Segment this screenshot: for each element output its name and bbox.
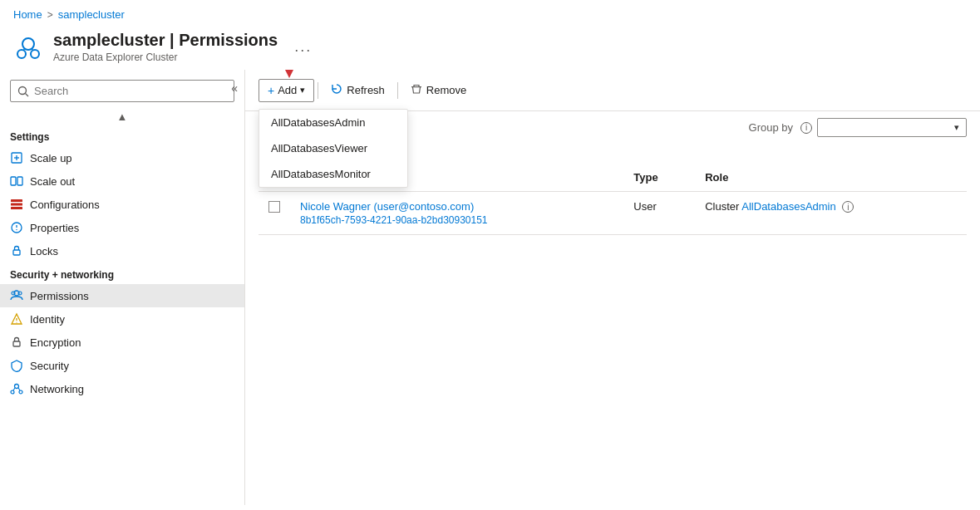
- group-by-info-icon: i: [800, 122, 812, 134]
- breadcrumb-home[interactable]: Home: [13, 8, 42, 21]
- svg-point-1: [17, 50, 26, 58]
- svg-rect-12: [11, 199, 22, 202]
- svg-rect-10: [11, 177, 16, 185]
- svg-rect-18: [13, 250, 20, 255]
- table-row: Nicole Wagner (user@contoso.com) 8b1f65c…: [259, 191, 967, 234]
- sidebar-item-label-encryption: Encryption: [30, 336, 81, 349]
- row-name-primary[interactable]: Nicole Wagner (user@contoso.com): [300, 200, 613, 213]
- refresh-button[interactable]: Refresh: [322, 78, 394, 102]
- row-name-secondary: 8b1f65ch-7593-4221-90aa-b2bd30930151: [300, 214, 613, 226]
- dropdown-item-alldatabasesadmin[interactable]: AllDatabasesAdmin: [259, 110, 407, 135]
- sidebar-item-label-identity: Identity: [30, 313, 65, 326]
- breadcrumb-separator: >: [47, 9, 53, 21]
- svg-point-26: [15, 385, 19, 389]
- scroll-up-indicator: ▲: [0, 109, 244, 125]
- role-info-icon: i: [842, 201, 854, 213]
- dropdown-item-alldatabasesmonitor[interactable]: AllDatabasesMonitor: [259, 161, 407, 187]
- add-button-container: + Add ▾: [259, 79, 314, 102]
- svg-line-6: [26, 93, 29, 96]
- sidebar-item-configurations[interactable]: Configurations: [0, 193, 244, 216]
- trash-icon: [411, 83, 422, 97]
- sidebar-item-label-security: Security: [30, 360, 69, 372]
- sidebar-item-label-networking: Networking: [30, 383, 84, 395]
- sidebar-item-scale-up[interactable]: Scale up: [0, 146, 244, 169]
- group-by-chevron: ▾: [954, 122, 959, 133]
- page-subtitle: Azure Data Explorer Cluster: [53, 51, 278, 63]
- remove-label: Remove: [426, 84, 466, 96]
- svg-line-29: [13, 388, 15, 390]
- sidebar-item-label-permissions: Permissions: [30, 290, 89, 302]
- sidebar-item-label-properties: Properties: [30, 222, 79, 234]
- add-button[interactable]: + Add ▾: [259, 79, 314, 102]
- svg-rect-25: [13, 341, 20, 346]
- row-role-cell: Cluster AllDatabasesAdmin i: [695, 191, 967, 234]
- svg-point-28: [19, 390, 22, 394]
- networking-icon: [10, 382, 23, 395]
- header-menu-button[interactable]: ...: [294, 38, 312, 56]
- sidebar-item-label-configurations: Configurations: [30, 199, 100, 211]
- lock-icon: [10, 244, 23, 257]
- row-checkbox-cell: [259, 191, 290, 234]
- sidebar-item-properties[interactable]: Properties: [0, 216, 244, 239]
- sidebar-item-locks[interactable]: Locks: [0, 239, 244, 262]
- svg-point-27: [11, 390, 14, 394]
- svg-rect-11: [17, 177, 22, 185]
- security-icon: [10, 359, 23, 372]
- sidebar-item-identity[interactable]: Identity: [0, 307, 244, 331]
- sidebar-search-container[interactable]: [10, 80, 234, 102]
- breadcrumb-cluster[interactable]: samplecluster: [58, 8, 125, 21]
- main-layout: « ▲ Settings Scale up Scale out Configur…: [0, 70, 980, 505]
- toolbar-divider-1: [318, 82, 318, 99]
- sidebar-item-label-locks: Locks: [30, 245, 58, 257]
- header-text: samplecluster | Permissions Azure Data E…: [53, 31, 278, 63]
- sidebar-item-label-scale-out: Scale out: [30, 175, 75, 188]
- sidebar-item-encryption[interactable]: Encryption: [0, 331, 244, 354]
- group-by-container: Group by i ▾: [749, 118, 967, 137]
- table-body: Nicole Wagner (user@contoso.com) 8b1f65c…: [259, 191, 967, 234]
- add-plus-icon: +: [268, 84, 274, 97]
- add-dropdown-menu: AllDatabasesAdmin AllDatabasesViewer All…: [259, 109, 408, 188]
- scale-up-icon: [10, 151, 23, 164]
- scale-out-icon: [10, 174, 23, 188]
- main-content: + Add ▾: [245, 70, 980, 505]
- sidebar-item-security[interactable]: Security: [0, 354, 244, 377]
- config-icon: [10, 198, 23, 211]
- cluster-icon: [13, 32, 43, 62]
- security-section-label: Security + networking: [0, 262, 244, 284]
- svg-point-5: [19, 86, 27, 94]
- role-link[interactable]: AllDatabasesAdmin: [741, 200, 835, 213]
- row-checkbox[interactable]: [268, 201, 280, 213]
- svg-line-30: [18, 388, 20, 390]
- refresh-icon: [331, 83, 342, 97]
- svg-rect-13: [11, 204, 22, 206]
- settings-section-label: Settings: [0, 125, 244, 146]
- sidebar-item-scale-out[interactable]: Scale out: [0, 169, 244, 193]
- dropdown-item-alldatabasesviewer[interactable]: AllDatabasesViewer: [259, 135, 407, 161]
- search-input[interactable]: [34, 85, 227, 97]
- role-prefix: Cluster: [705, 200, 741, 213]
- toolbar: + Add ▾: [245, 70, 980, 111]
- collapse-button[interactable]: «: [231, 81, 238, 95]
- svg-point-2: [31, 50, 39, 58]
- table-header-role: Role: [695, 164, 967, 191]
- svg-point-24: [16, 321, 17, 322]
- page-header: samplecluster | Permissions Azure Data E…: [0, 26, 980, 70]
- properties-icon: [10, 221, 23, 234]
- table-header-type: Type: [623, 164, 695, 191]
- svg-point-17: [16, 229, 17, 230]
- row-name-cell: Nicole Wagner (user@contoso.com) 8b1f65c…: [290, 191, 623, 234]
- sidebar-item-networking[interactable]: Networking: [0, 377, 244, 400]
- breadcrumb: Home > samplecluster: [0, 0, 980, 26]
- sidebar-item-label-scale-up: Scale up: [30, 152, 72, 164]
- svg-rect-14: [11, 207, 22, 209]
- toolbar-divider-2: [397, 82, 398, 99]
- group-by-label: Group by: [749, 121, 793, 134]
- remove-button[interactable]: Remove: [401, 78, 475, 102]
- row-type-cell: User: [623, 191, 695, 234]
- sidebar: « ▲ Settings Scale up Scale out Configur…: [0, 70, 245, 505]
- group-by-select[interactable]: ▾: [817, 118, 967, 137]
- page-title: samplecluster | Permissions: [53, 31, 278, 50]
- sidebar-item-permissions[interactable]: Permissions: [0, 284, 244, 307]
- encryption-icon: [10, 336, 23, 349]
- permissions-icon: [10, 289, 23, 302]
